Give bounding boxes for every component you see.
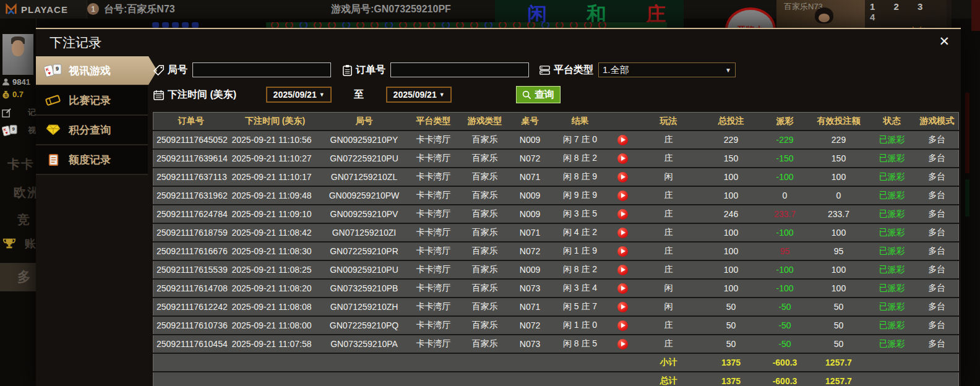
cell-game-type: 百家乐 (460, 279, 510, 298)
play-icon[interactable] (617, 209, 628, 220)
cell-table-no: N073 (510, 335, 551, 353)
cell-valid-bet: 100 (809, 279, 869, 298)
play-icon[interactable] (617, 135, 628, 145)
play-icon[interactable] (617, 153, 628, 164)
summary-empty-cell (229, 353, 322, 372)
cell-table-no: N072 (510, 149, 551, 168)
order-filter-label: 订单号 (342, 64, 385, 77)
date-from-value: 2025/09/21 (273, 90, 317, 100)
play-icon[interactable] (617, 320, 628, 331)
cell-status: 已派彩 (869, 316, 916, 335)
trophy-icon[interactable] (2, 237, 17, 251)
calendar-icon (153, 89, 165, 101)
summary-empty-cell (229, 372, 322, 386)
cell-round: GN072259210PQ (322, 316, 407, 335)
cell-mode: 多台 (916, 316, 959, 335)
cell-total-bet: 50 (702, 335, 761, 353)
date-to-label: 至 (354, 88, 364, 101)
play-icon[interactable] (617, 265, 628, 275)
date-to-picker[interactable]: 2025/09/21 ▼ (386, 87, 452, 103)
replay-button[interactable] (610, 205, 636, 223)
cell-time: 2025-09-21 11:10:56 (229, 131, 322, 149)
platform-select[interactable]: 1.全部 ▼ (598, 62, 736, 77)
cell-order: 250921117616676 (153, 242, 229, 260)
cell-game-type: 百家乐 (460, 298, 510, 316)
cell-valid-bet: 95 (809, 242, 869, 260)
tab-points-query[interactable]: 积分查询 (36, 116, 148, 145)
replay-button[interactable] (610, 335, 636, 353)
tab-match-records[interactable]: 比赛记录 (36, 86, 148, 116)
column-header: 平台类型 (407, 113, 460, 131)
cards-icon[interactable]: K ♥ 9 (2, 124, 18, 137)
column-header: 游戏模式 (916, 113, 959, 131)
tab-label: 额度记录 (69, 153, 111, 167)
menu-jing[interactable]: 竞 (17, 212, 31, 228)
replay-button[interactable] (610, 242, 636, 260)
shoe-numbers: 1 2 3 4 (870, 1, 949, 22)
replay-button[interactable] (610, 298, 636, 316)
close-icon[interactable]: ✕ (939, 35, 950, 48)
replay-button[interactable] (610, 149, 636, 168)
cell-round: GN073259210PA (322, 335, 407, 353)
play-icon[interactable] (617, 246, 628, 257)
play-icon[interactable] (617, 339, 628, 350)
menu-kaka[interactable]: 卡卡 (7, 156, 35, 173)
round-input[interactable] (192, 62, 331, 77)
replay-button[interactable] (610, 279, 636, 298)
tab-label: 比赛记录 (69, 93, 111, 108)
cell-result: 闲 8 庄 9 (551, 168, 610, 186)
table-row: 2509211176396142025-09-21 11:10:27GN0722… (153, 149, 959, 168)
cell-status: 已派彩 (869, 149, 916, 168)
cell-round: GN071259210ZL (322, 168, 407, 186)
cell-game-type: 百家乐 (460, 242, 510, 260)
avatar[interactable] (2, 34, 33, 75)
cell-table-no: N072 (510, 242, 551, 260)
replay-button[interactable] (610, 186, 636, 205)
menu-duo-label: 多 (17, 269, 31, 285)
tab-quota-records[interactable]: 额度记录 (36, 145, 148, 175)
table-row: 2509211176155392025-09-21 11:08:25GN0092… (153, 260, 959, 279)
replay-button[interactable] (610, 260, 636, 279)
cell-valid-bet: 50 (809, 335, 869, 353)
cell-total-bet: 100 (702, 223, 761, 242)
replay-button[interactable] (610, 223, 636, 242)
user-count: 9841 (12, 77, 30, 87)
cell-payout: -100 (761, 168, 809, 186)
cell-platform: 卡卡湾厅 (407, 316, 460, 335)
cell-result: 闲 3 庄 4 (551, 279, 610, 298)
replay-button[interactable] (610, 131, 636, 149)
edge-decoration (971, 0, 980, 31)
replay-button[interactable] (610, 168, 636, 186)
play-icon[interactable] (617, 302, 628, 312)
play-icon[interactable] (617, 283, 628, 294)
column-header: 结果 (551, 113, 610, 131)
column-header: 订单号 (153, 113, 229, 131)
summary-empty-cell (153, 353, 229, 372)
summary-valid-bet: 1257.7 (809, 353, 869, 372)
menu-account: 账 (25, 236, 36, 251)
summary-empty-cell (322, 372, 407, 386)
play-icon[interactable] (617, 172, 628, 182)
cell-table-no: N009 (510, 186, 551, 205)
platform-select-value: 1.全部 (603, 64, 629, 76)
betting-records-modal: 下注记录 ✕ K ♥ 9 视讯游戏 (36, 28, 961, 386)
tab-video-games[interactable]: K ♥ 9 视讯游戏 (36, 56, 165, 85)
cell-game-type: 百家乐 (460, 149, 510, 168)
svg-text:9: 9 (12, 126, 15, 132)
edit-icon[interactable] (2, 108, 11, 118)
cell-game-type: 百家乐 (460, 335, 510, 353)
gem-icon (43, 124, 63, 136)
cell-platform: 卡卡湾厅 (407, 298, 460, 316)
summary-total-bet: 1375 (702, 353, 761, 372)
cell-round: GN071259210ZI (322, 223, 407, 242)
play-icon[interactable] (617, 191, 628, 201)
replay-button[interactable] (610, 316, 636, 335)
query-button[interactable]: 查询 (516, 86, 561, 103)
cell-order: 250921117615539 (153, 260, 229, 279)
date-from-picker[interactable]: 2025/09/21 ▼ (266, 87, 332, 103)
table-row: 2509211176147082025-09-21 11:08:20GN0732… (153, 279, 959, 298)
menu-duo-item[interactable]: 多 (0, 263, 36, 291)
summary-empty-cell (460, 353, 510, 372)
play-icon[interactable] (617, 228, 628, 238)
order-input[interactable] (390, 62, 529, 77)
